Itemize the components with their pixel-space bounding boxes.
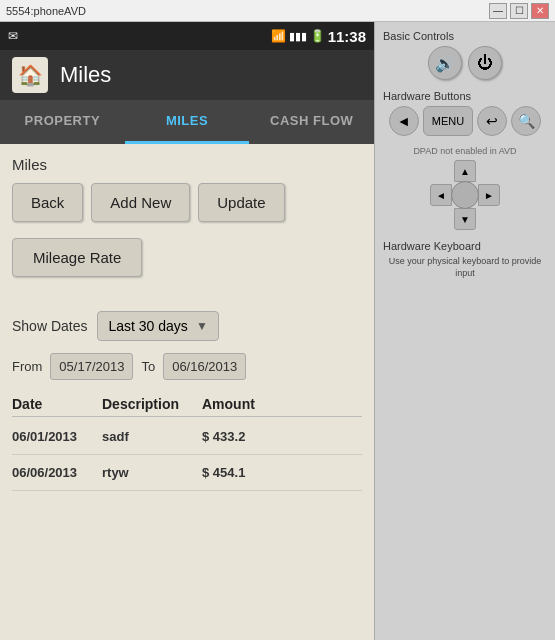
basic-controls-row: 🔊 ⏻ xyxy=(383,46,547,80)
dpad-right-button[interactable]: ► xyxy=(478,184,500,206)
tabs: PROPERTY MILES CASH FLOW xyxy=(0,100,374,144)
table-row[interactable]: 06/01/2013 sadf $ 433.2 xyxy=(12,419,362,455)
row-amount-2: $ 454.1 xyxy=(202,465,302,480)
show-dates-label: Show Dates xyxy=(12,318,87,334)
home-hw-button[interactable]: ↩ xyxy=(477,106,507,136)
keyboard-section: Hardware Keyboard Use your physical keyb… xyxy=(383,240,547,279)
title-bar-label: 5554:phoneAVD xyxy=(6,5,86,17)
status-bar: ✉ 📶 ▮▮▮ 🔋 11:38 xyxy=(0,22,374,50)
show-dates-value: Last 30 days xyxy=(108,318,187,334)
hardware-buttons-row: ◄ MENU ↩ 🔍 xyxy=(383,106,547,136)
show-dates-dropdown[interactable]: Last 30 days ▼ xyxy=(97,311,218,341)
row-desc-1: sadf xyxy=(102,429,202,444)
power-button[interactable]: ⏻ xyxy=(468,46,502,80)
dpad-up-button[interactable]: ▲ xyxy=(454,160,476,182)
mileage-rate-button[interactable]: Mileage Rate xyxy=(12,238,142,277)
keyboard-note: Use your physical keyboard to provide in… xyxy=(383,256,547,279)
dpad-left-button[interactable]: ◄ xyxy=(430,184,452,206)
email-icon: ✉ xyxy=(8,29,18,43)
date-range-row: From 05/17/2013 To 06/16/2013 xyxy=(12,353,362,380)
home-icon: 🏠 xyxy=(18,63,43,87)
tab-property[interactable]: PROPERTY xyxy=(0,100,125,144)
dpad: ▲ ▼ ◄ ► xyxy=(430,160,500,230)
hardware-buttons-section: Hardware Buttons ◄ MENU ↩ 🔍 xyxy=(383,90,547,136)
back-hw-button[interactable]: ◄ xyxy=(389,106,419,136)
tab-miles[interactable]: MILES xyxy=(125,100,250,144)
title-bar: 5554:phoneAVD — ☐ ✕ xyxy=(0,0,555,22)
to-date[interactable]: 06/16/2013 xyxy=(163,353,246,380)
menu-hw-button[interactable]: MENU xyxy=(423,106,473,136)
row-amount-1: $ 433.2 xyxy=(202,429,302,444)
from-date[interactable]: 05/17/2013 xyxy=(50,353,133,380)
status-left: ✉ xyxy=(8,29,18,43)
app-icon: 🏠 xyxy=(12,57,48,93)
keyboard-title: Hardware Keyboard xyxy=(383,240,547,252)
col-header-description: Description xyxy=(102,396,202,412)
phone-screen: ✉ 📶 ▮▮▮ 🔋 11:38 🏠 Miles PROPERT xyxy=(0,22,375,640)
chevron-down-icon: ▼ xyxy=(196,319,208,333)
speaker-button[interactable]: 🔊 xyxy=(428,46,462,80)
dpad-note: DPAD not enabled in AVD xyxy=(413,146,516,156)
to-label: To xyxy=(141,359,155,374)
row-date-2: 06/06/2013 xyxy=(12,465,102,480)
from-label: From xyxy=(12,359,42,374)
dpad-section: DPAD not enabled in AVD ▲ ▼ ◄ ► xyxy=(383,146,547,230)
hardware-buttons-title: Hardware Buttons xyxy=(383,90,547,102)
update-button[interactable]: Update xyxy=(198,183,284,222)
row-date-1: 06/01/2013 xyxy=(12,429,102,444)
col-header-date: Date xyxy=(12,396,102,412)
back-button[interactable]: Back xyxy=(12,183,83,222)
basic-controls-title: Basic Controls xyxy=(383,30,547,42)
basic-controls-section: Basic Controls 🔊 ⏻ xyxy=(383,30,547,80)
table-row[interactable]: 06/06/2013 rtyw $ 454.1 xyxy=(12,455,362,491)
search-hw-button[interactable]: 🔍 xyxy=(511,106,541,136)
table-body: 06/01/2013 sadf $ 433.2 06/06/2013 rtyw … xyxy=(12,419,362,491)
app-title: Miles xyxy=(60,62,111,88)
signal-icon: 📶 xyxy=(271,29,286,43)
tab-cashflow[interactable]: CASH FLOW xyxy=(249,100,374,144)
right-panel: Basic Controls 🔊 ⏻ Hardware Buttons ◄ ME… xyxy=(375,22,555,640)
main-content: Miles Back Add New Update Mileage Rate S… xyxy=(0,144,374,640)
minimize-button[interactable]: — xyxy=(489,3,507,19)
table-header: Date Description Amount xyxy=(12,396,362,417)
maximize-button[interactable]: ☐ xyxy=(510,3,528,19)
app-header: 🏠 Miles xyxy=(0,50,374,100)
action-buttons-row: Back Add New Update xyxy=(12,183,362,222)
battery-icon: 🔋 xyxy=(310,29,325,43)
dpad-down-button[interactable]: ▼ xyxy=(454,208,476,230)
dpad-center-button[interactable] xyxy=(451,181,479,209)
close-button[interactable]: ✕ xyxy=(531,3,549,19)
status-icons: 📶 ▮▮▮ 🔋 11:38 xyxy=(271,28,366,45)
section-title: Miles xyxy=(12,156,362,173)
signal-bars: ▮▮▮ xyxy=(289,30,307,43)
status-time: 11:38 xyxy=(328,28,366,45)
title-bar-buttons: — ☐ ✕ xyxy=(489,3,549,19)
show-dates-row: Show Dates Last 30 days ▼ xyxy=(12,311,362,341)
add-new-button[interactable]: Add New xyxy=(91,183,190,222)
col-header-amount: Amount xyxy=(202,396,302,412)
row-desc-2: rtyw xyxy=(102,465,202,480)
